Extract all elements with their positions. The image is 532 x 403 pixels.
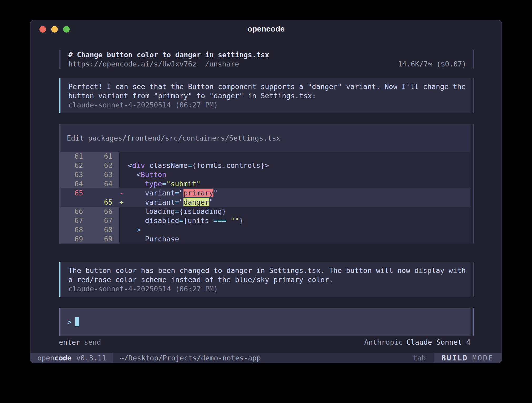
assistant-message: The button color has been changed to dan…	[59, 262, 470, 297]
line-number-new: 65	[90, 198, 119, 207]
message-text: The button color has been changed to dan…	[68, 266, 466, 284]
line-number-old: 66	[60, 207, 90, 216]
session-title: # Change button color to danger in setti…	[68, 50, 466, 59]
message-text: Perfect! I can see that the Button compo…	[68, 82, 466, 100]
diff-row: 6262 <div className={formCs.controls}>	[60, 161, 470, 170]
diff-code-line: <div className={formCs.controls}>	[119, 161, 470, 170]
diff-row: 6363 <Button	[60, 170, 470, 179]
line-number-new: 67	[90, 216, 119, 225]
tab-key-hint: tab	[413, 353, 426, 363]
diff-row: 65+ variant="danger"	[60, 198, 470, 207]
edit-tool-card: Edit packages/frontend/src/containers/Se…	[59, 124, 470, 244]
diff-code-line: >	[119, 225, 470, 234]
line-number-old: 62	[60, 161, 90, 170]
share-url-link[interactable]: https://opencode.ai/s/UwJxv76z	[68, 59, 197, 69]
window-title: opencode	[30, 20, 502, 37]
composer-footer: entersend AnthropicClaude Sonnet 4	[59, 338, 470, 347]
line-number-new: 68	[90, 225, 119, 234]
diff-code-line: loading={isLoading}	[119, 207, 470, 216]
assistant-message: Perfect! I can see that the Button compo…	[59, 78, 470, 113]
app-name-code: code	[54, 353, 71, 363]
line-number-old: 63	[60, 170, 90, 179]
send-hint-label: send	[84, 338, 101, 346]
prompt-symbol: >	[67, 317, 71, 327]
session-header: # Change button color to danger in setti…	[59, 50, 470, 69]
diff-code-line: - variant="primary"	[119, 188, 470, 198]
send-hint-key: enter	[59, 338, 80, 346]
line-number-old	[60, 198, 90, 207]
line-number-old: 64	[60, 179, 90, 188]
prompt-input[interactable]: >	[59, 308, 470, 336]
message-meta: claude-sonnet-4-20250514 (06:27 PM)	[68, 284, 466, 293]
line-number-new: 69	[90, 234, 119, 244]
mode-badge: BUILDMODE	[434, 353, 502, 363]
context-stats: 14.6K/7% ($0.07)	[398, 59, 466, 69]
diff-row: 6868 >	[60, 225, 470, 234]
unshare-command[interactable]: /unshare	[205, 59, 239, 69]
mode-word-build: BUILD	[442, 353, 468, 363]
app-version: v0.3.11	[76, 353, 106, 363]
line-number-new: 61	[90, 152, 119, 161]
model-indicator: AnthropicClaude Sonnet 4	[364, 338, 470, 347]
diff-code-line	[119, 152, 470, 161]
message-meta: claude-sonnet-4-20250514 (06:27 PM)	[68, 100, 466, 110]
diff-view: 61616262 <div className={formCs.controls…	[60, 152, 470, 244]
line-number-old: 67	[60, 216, 90, 225]
diff-row: 6161	[60, 152, 470, 161]
line-number-old: 68	[60, 225, 90, 234]
line-number-old: 69	[60, 234, 90, 244]
title-bar: opencode	[30, 20, 502, 37]
session-content: # Change button color to danger in setti…	[30, 37, 502, 353]
diff-code-line: <Button	[119, 170, 470, 179]
diff-row: 6767 disabled={units === ""}	[60, 216, 470, 225]
diff-row: 6969 Purchase	[60, 234, 470, 244]
app-name-open: open	[37, 353, 54, 363]
text-cursor	[75, 317, 79, 326]
line-number-old: 65	[60, 188, 90, 198]
opencode-window: opencode # Change button color to danger…	[30, 20, 502, 363]
app-version-badge: opencodev0.3.11	[30, 353, 113, 363]
line-number-new: 66	[90, 207, 119, 216]
line-number-old: 61	[60, 152, 90, 161]
status-bar: opencodev0.3.11 ~/Desktop/Projects/demo-…	[30, 353, 502, 363]
diff-row: 65- variant="primary"	[60, 188, 470, 198]
diff-code-line: + variant="danger"	[119, 198, 470, 207]
diff-code-line: type="submit"	[119, 179, 470, 188]
line-number-new: 64	[90, 179, 119, 188]
diff-row: 6464 type="submit"	[60, 179, 470, 188]
line-number-new: 63	[90, 170, 119, 179]
model-name: Claude Sonnet 4	[406, 338, 470, 346]
line-number-new: 62	[90, 161, 119, 170]
edit-tool-title: Edit packages/frontend/src/containers/Se…	[60, 124, 470, 152]
model-provider: Anthropic	[364, 338, 403, 346]
diff-row: 6666 loading={isLoading}	[60, 207, 470, 216]
line-number-new	[90, 188, 119, 198]
diff-code-line: Purchase	[119, 234, 470, 244]
diff-code-line: disabled={units === ""}	[119, 216, 470, 225]
working-directory: ~/Desktop/Projects/demo-notes-app	[120, 353, 261, 363]
mode-word-mode: MODE	[472, 353, 494, 363]
send-hint: entersend	[59, 338, 101, 347]
